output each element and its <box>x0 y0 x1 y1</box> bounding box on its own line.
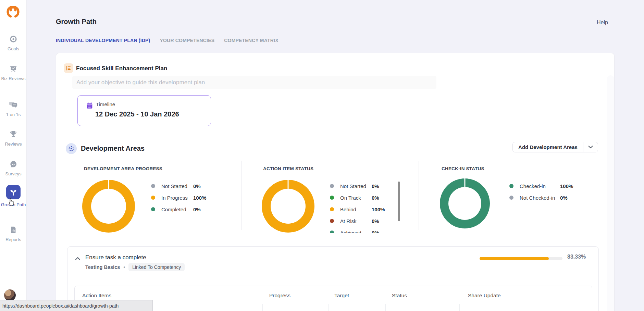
legend-scroll-viewport[interactable]: Not Started0% On Track0% Behind100% At R… <box>330 182 395 233</box>
legend-label: In Progress <box>161 195 193 201</box>
legend-label: Not Started <box>161 183 193 189</box>
legend-row: Not Started0% <box>330 182 385 190</box>
sidebar-item-label: Reports <box>0 237 27 242</box>
legend-label: Completed <box>161 207 193 212</box>
donut-hole <box>91 189 126 224</box>
timeline-picker[interactable]: Timeline 12 Dec 2025 - 10 Jan 2026 <box>77 95 211 126</box>
legend-value: 0% <box>193 207 201 212</box>
progress-percent-label: 83.33% <box>567 254 586 260</box>
target-icon <box>0 35 27 43</box>
legend-row: Not Checked-in0% <box>509 194 573 201</box>
legend-value: 0% <box>372 230 379 234</box>
sidebar-item-surveys[interactable]: Surveys <box>0 160 27 177</box>
donut-hole <box>271 189 306 224</box>
sidebar: Goals Biz Reviews 1 on 1s Reviews Survey <box>0 0 27 311</box>
tab-your-competencies[interactable]: YOUR COMPETENCIES <box>160 38 214 43</box>
legend-label: On Track <box>340 195 372 201</box>
legend-check-in-status: Checked-in100% Not Checked-in0% <box>509 182 573 206</box>
bullet-separator: • <box>123 264 125 270</box>
donut-notch <box>465 178 466 188</box>
linked-to-competency-badge: Linked To Competency <box>128 263 185 271</box>
sidebar-item-biz-reviews[interactable]: Biz Reviews <box>0 65 27 82</box>
column-header-progress: Progress <box>269 293 290 299</box>
tab-bar: INDIVIDUAL DEVELOPMENT PLAN (IDP) YOUR C… <box>56 38 278 43</box>
column-header-target: Target <box>334 293 349 299</box>
presentation-icon <box>0 65 27 73</box>
legend-dot <box>151 196 155 200</box>
tab-competency-matrix[interactable]: COMPETENCY MATRIX <box>224 38 278 43</box>
legend-development-area-progress: Not Started0% In Progress100% Completed0… <box>151 182 206 217</box>
development-area-title[interactable]: Ensure task a complete <box>85 254 146 261</box>
legend-value: 100% <box>193 195 206 201</box>
collapse-chevron-up-icon[interactable] <box>75 256 80 262</box>
sidebar-item-goals[interactable]: Goals <box>0 35 27 52</box>
chevron-down-icon[interactable] <box>583 142 598 152</box>
legend-value: 0% <box>372 218 379 224</box>
legend-dot <box>509 184 513 188</box>
legend-action-item-status: Not Started0% On Track0% Behind100% At R… <box>330 182 385 233</box>
browser-link-preview: https://dashboard.peoplebox.ai/dashboard… <box>0 300 153 311</box>
idp-card: Focused Skill Enhancement Plan Add your … <box>56 53 615 311</box>
donut-check-in-status <box>440 178 490 228</box>
donut-development-area-progress <box>82 180 135 233</box>
legend-row: Not Started0% <box>151 182 206 190</box>
donut-hole <box>448 187 481 220</box>
tab-individual-development-plan[interactable]: INDIVIDUAL DEVELOPMENT PLAN (IDP) <box>56 38 150 43</box>
objective-input[interactable]: Add your objective to guide this develop… <box>72 76 436 89</box>
legend-row: Behind100% <box>330 206 385 213</box>
add-development-areas-label: Add Development Areas <box>513 142 583 152</box>
objective-icon <box>64 63 73 73</box>
legend-dot <box>330 207 334 211</box>
development-areas-icon <box>66 143 77 154</box>
legend-row: In Progress100% <box>151 194 206 201</box>
legend-label: Checked-in <box>520 183 560 189</box>
timeline-value: 12 Dec 2025 - 10 Jan 2026 <box>95 110 179 118</box>
legend-scrollbar[interactable] <box>398 182 400 221</box>
legend-row: Checked-in100% <box>509 182 573 190</box>
progress-bar-track <box>480 257 562 260</box>
legend-dot <box>330 184 334 188</box>
help-link[interactable]: Help <box>597 20 608 26</box>
sidebar-item-reviews[interactable]: Reviews <box>0 130 27 147</box>
legend-label: At Risk <box>340 218 372 224</box>
speech-bubble-icon <box>0 160 27 168</box>
mouse-cursor-hand <box>8 198 15 208</box>
chart-title-check-in-status: CHECK-IN STATUS <box>442 166 484 171</box>
sidebar-item-label: Goals <box>0 46 27 52</box>
sidebar-item-label: 1 on 1s <box>0 112 27 117</box>
peoplebox-logo-icon[interactable] <box>5 4 21 21</box>
chart-title-development-area-progress: DEVELOPMENT AREA PROGRESS <box>84 166 162 171</box>
sidebar-item-1on1s[interactable]: 1 on 1s <box>0 101 27 117</box>
legend-dot <box>151 207 155 211</box>
trophy-icon <box>0 130 27 138</box>
legend-row: Achieved0% <box>330 229 385 233</box>
page-title: Growth Path <box>56 18 97 26</box>
link-preview-url: https://dashboard.peoplebox.ai/dashboard… <box>2 303 119 309</box>
column-header-status: Status <box>392 293 407 299</box>
column-divider <box>262 304 263 311</box>
development-area-subrow: Testing Basics • Linked To Competency <box>85 263 185 271</box>
legend-row: Completed0% <box>151 206 206 213</box>
growth-path-active-tile <box>6 185 21 199</box>
legend-label: Achieved <box>340 230 372 234</box>
legend-value: 100% <box>372 207 385 212</box>
donut-notch <box>108 180 109 189</box>
legend-row: At Risk0% <box>330 217 385 225</box>
legend-label: Not Checked-in <box>520 195 560 201</box>
scrollbar-track[interactable] <box>607 75 614 311</box>
sidebar-item-label: Reviews <box>0 141 27 147</box>
add-development-areas-button[interactable]: Add Development Areas <box>512 142 598 152</box>
legend-value: 0% <box>193 183 201 189</box>
legend-dot <box>509 196 513 200</box>
progress-bar-fill <box>480 257 549 260</box>
legend-value: 100% <box>560 183 573 189</box>
chart-divider <box>419 161 419 230</box>
sidebar-item-reports[interactable]: Reports <box>0 226 27 242</box>
section-divider <box>56 132 614 132</box>
legend-label: Not Started <box>340 183 372 189</box>
legend-dot <box>151 184 155 188</box>
competency-tag: Testing Basics <box>85 264 120 270</box>
objective-title: Focused Skill Enhancement Plan <box>76 65 167 72</box>
user-avatar[interactable] <box>4 289 16 301</box>
legend-dot <box>330 196 334 200</box>
